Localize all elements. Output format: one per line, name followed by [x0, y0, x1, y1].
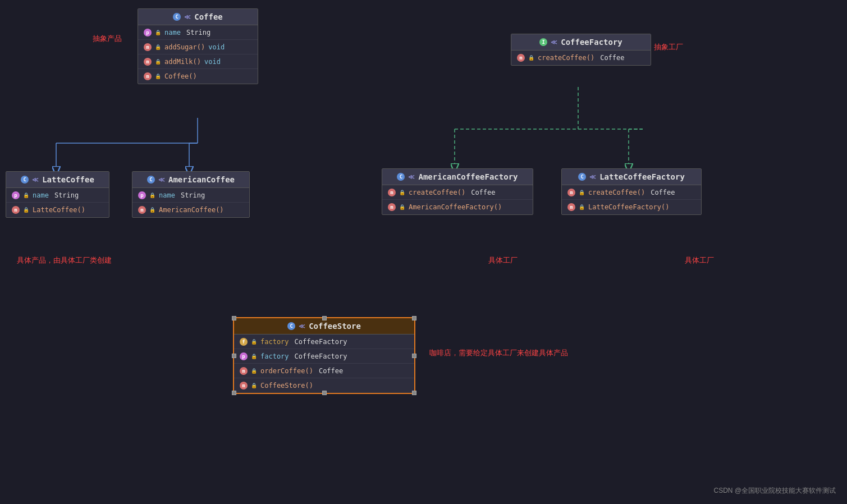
latte-coffee-class: C ≪ LatteCoffee p 🔒 name String m 🔒 Latt…: [6, 171, 109, 218]
resize-mr[interactable]: [412, 354, 416, 358]
factory-stereotype: ≪: [551, 39, 557, 46]
amer-factory-create-lock: 🔒: [399, 190, 405, 195]
store-row-factory-prop: p 🔒 factory CoffeeFactory: [234, 349, 414, 364]
coffee-ctor-icon: m: [144, 72, 152, 80]
annotation-concrete-factory2: 具体工厂: [685, 255, 714, 265]
american-factory-body: m 🔒 createCoffee() Coffee m 🔒 AmericanCo…: [382, 185, 533, 214]
american-name-icon: p: [138, 191, 146, 199]
latte-row-ctor: m 🔒 LatteCoffee(): [6, 203, 109, 217]
latte-factory-stereotype: ≪: [589, 173, 596, 181]
coffee-addsugar-lock: 🔒: [155, 44, 161, 50]
amer-factory-create-method: createCoffee(): [409, 189, 465, 196]
amer-factory-row-ctor: m 🔒 AmericanCoffeeFactory(): [382, 200, 533, 214]
coffee-class-icon: C: [173, 13, 181, 21]
resize-tc[interactable]: [322, 316, 327, 320]
american-ctor-lock: 🔒: [149, 207, 155, 213]
coffee-factory-body: m 🔒 createCoffee() Coffee: [511, 51, 651, 65]
amer-factory-ctor-icon: m: [388, 203, 396, 211]
latte-factory-title: LatteCoffeeFactory: [599, 172, 685, 181]
latte-name-type: String: [54, 191, 79, 199]
annotation-coffee-store-desc: 咖啡店，需要给定具体工厂来创建具体产品: [429, 348, 568, 358]
factory-create-icon: m: [517, 54, 525, 62]
resize-br[interactable]: [412, 391, 416, 395]
latte-factory-row-ctor: m 🔒 LatteCoffeeFactory(): [562, 200, 701, 214]
latte-factory-ctor-lock: 🔒: [579, 204, 585, 210]
amer-factory-row-create: m 🔒 createCoffee() Coffee: [382, 185, 533, 200]
latte-name-lock: 🔒: [23, 193, 29, 198]
american-coffee-header: C ≪ AmericanCoffee: [132, 172, 249, 188]
watermark: CSDN @全国职业院校技能大赛软件测试: [713, 486, 836, 496]
latte-coffee-header: C ≪ LatteCoffee: [6, 172, 109, 188]
resize-bl[interactable]: [232, 391, 236, 395]
american-row-ctor: m 🔒 AmericanCoffee(): [132, 203, 249, 217]
american-ctor-method: AmericanCoffee(): [159, 206, 224, 214]
coffee-factory-class: I ≪ CoffeeFactory m 🔒 createCoffee() Cof…: [511, 34, 651, 66]
coffee-addsugar-method: addSugar(): [164, 43, 205, 51]
store-title: CoffeeStore: [309, 322, 361, 331]
american-ctor-icon: m: [138, 206, 146, 214]
latte-coffee-body: p 🔒 name String m 🔒 LatteCoffee(): [6, 188, 109, 217]
coffee-addsugar-return: void: [208, 43, 225, 51]
coffee-addmilk-method: addMilk(): [164, 58, 201, 66]
latte-title: LatteCoffee: [42, 175, 94, 184]
amer-factory-stereotype: ≪: [408, 173, 415, 181]
latte-factory-create-icon: m: [567, 189, 575, 196]
american-class-icon: C: [147, 176, 155, 184]
coffee-addmilk-icon: m: [144, 58, 152, 66]
american-row-name: p 🔒 name String: [132, 188, 249, 203]
store-factory-f-type: CoffeeFactory: [295, 338, 347, 346]
american-stereotype: ≪: [158, 176, 165, 184]
store-ctor-method: CoffeeStore(): [260, 382, 313, 390]
annotation-concrete-product: 具体产品，由具体工厂类创建: [17, 255, 112, 265]
coffee-addsugar-icon: m: [144, 43, 152, 51]
uml-diagram: C ≪ Coffee p 🔒 name String m 🔒 addSugar(…: [0, 0, 847, 504]
coffee-name-icon: p: [144, 29, 152, 36]
coffee-factory-header: I ≪ CoffeeFactory: [511, 34, 651, 51]
resize-tr[interactable]: [412, 316, 416, 320]
coffee-row-addmilk: m 🔒 addMilk() void: [138, 54, 258, 69]
store-factory-p-icon: p: [240, 352, 248, 360]
american-name-lock: 🔒: [149, 193, 155, 198]
annotation-abstract-factory: 抽象工厂: [654, 42, 683, 52]
factory-row-create: m 🔒 createCoffee() Coffee: [511, 51, 651, 65]
latte-row-name: p 🔒 name String: [6, 188, 109, 203]
coffee-row-name: p 🔒 name String: [138, 25, 258, 40]
coffee-name-type: String: [186, 29, 210, 36]
diagram-arrows: [0, 0, 847, 504]
coffee-stereotype: ≪: [184, 13, 191, 21]
coffee-row-addsugar: m 🔒 addSugar() void: [138, 40, 258, 54]
store-factory-p-name: factory: [260, 352, 289, 360]
store-stereotype: ≪: [299, 323, 305, 330]
annotation-concrete-factory1: 具体工厂: [488, 255, 518, 265]
latte-ctor-icon: m: [12, 206, 20, 214]
coffee-name-lock: 🔒: [155, 30, 161, 35]
latte-stereotype: ≪: [32, 176, 39, 184]
latte-name-field: name: [33, 191, 49, 199]
coffee-class: C ≪ Coffee p 🔒 name String m 🔒 addSugar(…: [138, 8, 258, 84]
latte-class-icon: C: [21, 176, 29, 184]
amer-factory-ctor-method: AmericanCoffeeFactory(): [409, 203, 502, 211]
american-coffee-body: p 🔒 name String m 🔒 AmericanCoffee(): [132, 188, 249, 217]
store-factory-f-lock: 🔒: [251, 339, 257, 345]
resize-bc[interactable]: [322, 391, 327, 395]
store-order-lock: 🔒: [251, 368, 257, 374]
coffee-store-class[interactable]: C ≪ CoffeeStore f 🔒 factory CoffeeFactor…: [233, 317, 415, 394]
latte-factory-row-create: m 🔒 createCoffee() Coffee: [562, 185, 701, 200]
coffee-body: p 🔒 name String m 🔒 addSugar() void m 🔒 …: [138, 25, 258, 84]
amer-factory-icon: C: [397, 173, 405, 181]
american-title: AmericanCoffee: [168, 175, 235, 184]
coffee-header: C ≪ Coffee: [138, 9, 258, 25]
latte-ctor-method: LatteCoffee(): [33, 206, 85, 214]
latte-name-icon: p: [12, 191, 20, 199]
coffee-addmilk-lock: 🔒: [155, 59, 161, 65]
coffee-store-body: f 🔒 factory CoffeeFactory p 🔒 factory Co…: [234, 335, 414, 393]
store-ctor-lock: 🔒: [251, 383, 257, 388]
amer-factory-create-icon: m: [388, 189, 396, 196]
store-order-method: orderCoffee(): [260, 367, 313, 375]
american-name-type: String: [181, 191, 205, 199]
store-row-factory-field: f 🔒 factory CoffeeFactory: [234, 335, 414, 349]
resize-tl[interactable]: [232, 316, 236, 320]
latte-factory-create-lock: 🔒: [579, 190, 585, 195]
resize-ml[interactable]: [232, 354, 236, 358]
coffee-name-field: name: [164, 29, 181, 36]
